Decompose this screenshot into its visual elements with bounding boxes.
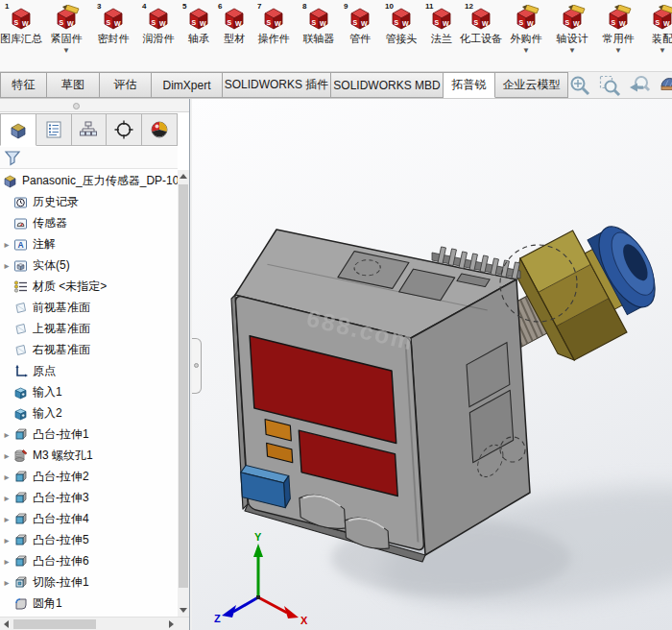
toolbar-item-9[interactable]: SW9管件: [342, 0, 378, 71]
toolbar-item-1[interactable]: SW1图库汇总: [0, 0, 42, 71]
toolbar-item-10[interactable]: SW10管接头: [378, 0, 424, 71]
scroll-down-button[interactable]: [178, 604, 189, 617]
tree-item-5[interactable]: 前视基准面: [0, 297, 178, 318]
manager-tab-displaymanager[interactable]: [142, 113, 178, 146]
tab-草图[interactable]: 草图: [47, 72, 100, 98]
imported-iconwrap: [13, 406, 30, 421]
tree-item-2[interactable]: ▸A注解: [0, 233, 178, 254]
section-view-button[interactable]: [658, 74, 672, 97]
toolbar-item-5[interactable]: SW5轴承: [180, 0, 217, 71]
tab-拓普锐[interactable]: 拓普锐: [444, 72, 495, 98]
toolbar-item-15[interactable]: SW常用件▼: [595, 0, 641, 71]
svg-text:X: X: [300, 615, 308, 626]
tab-评估[interactable]: 评估: [100, 72, 152, 98]
toolbar-item-12[interactable]: SW12化工设备: [459, 0, 503, 71]
tree-item-19[interactable]: 圆角1: [0, 593, 178, 614]
toolbar-item-16[interactable]: SW装配▼: [641, 0, 672, 71]
tree-item-17[interactable]: ▸凸台-拉伸6: [0, 550, 178, 571]
tree-item-label: 凸台-拉伸2: [30, 469, 89, 485]
sw-cube-iconwrap: SW: [53, 5, 80, 32]
tab-SOLIDWORKS 插件[interactable]: SOLIDWORKS 插件: [223, 72, 331, 98]
expand-arrow-icon[interactable]: ▸: [0, 577, 13, 588]
flyout-arrow-icon[interactable]: ▼: [522, 47, 530, 55]
flyout-arrow-icon[interactable]: ▼: [614, 47, 622, 55]
tree-item-1[interactable]: 传感器: [0, 212, 178, 233]
panel-collapse-dot[interactable]: [73, 103, 80, 109]
tree-vertical-scrollbar[interactable]: [178, 170, 189, 617]
tree-item-0[interactable]: 历史记录: [0, 191, 178, 212]
toolbar-item-11[interactable]: SW11法兰: [424, 0, 459, 71]
tree-item-18[interactable]: ▸切除-拉伸1: [0, 571, 178, 593]
tree-item-4[interactable]: 材质 <未指定>: [0, 276, 178, 297]
expand-arrow-icon[interactable]: ▸: [0, 493, 13, 503]
tree-item-14[interactable]: ▸凸台-拉伸3: [0, 487, 178, 508]
scroll-left-button[interactable]: [0, 618, 12, 630]
shortcut-badge: 10: [385, 2, 394, 11]
tree-item-label: 凸台-拉伸6: [30, 553, 89, 569]
expand-arrow-icon[interactable]: ▸: [0, 260, 13, 271]
expand-arrow-icon[interactable]: ▸: [0, 535, 13, 545]
tree-item-10[interactable]: 输入2: [0, 402, 178, 424]
manager-tab-propertymanager[interactable]: [36, 113, 72, 146]
tree-item-root[interactable]: Panasonic_压力传感器_DP-10: [0, 170, 178, 191]
sensor-iconwrap: [13, 216, 30, 230]
tree-item-3[interactable]: ▸实体(5): [0, 254, 178, 276]
viewport-canvas[interactable]: 688.com Y X Z: [192, 99, 672, 630]
expand-arrow-icon[interactable]: ▸: [0, 514, 13, 524]
tree-item-12[interactable]: ▸M3 螺纹孔1: [0, 445, 178, 466]
flyout-arrow-icon[interactable]: ▼: [659, 47, 666, 55]
tree-item-11[interactable]: ▸凸台-拉伸1: [0, 424, 178, 445]
tree-item-15[interactable]: ▸凸台-拉伸4: [0, 508, 178, 529]
parts-library-toolbar: SW1图库汇总SW紧固件▼SW3密封件SW4润滑件SW5轴承SW6型材SW7操作…: [0, 0, 672, 72]
tree-item-8[interactable]: 原点: [0, 360, 178, 381]
expand-arrow-icon[interactable]: ▸: [0, 556, 13, 567]
tab-SOLIDWORKS MBD[interactable]: SOLIDWORKS MBD: [331, 72, 444, 98]
tab-DimXpert[interactable]: DimXpert: [152, 72, 223, 98]
manager-tab-dimxpertmanager[interactable]: [107, 113, 142, 146]
sensor-body[interactable]: [229, 230, 530, 562]
bodies-icon: [13, 258, 28, 273]
toolbar-item-6[interactable]: SW6型材: [217, 0, 252, 71]
toolbar-item-14[interactable]: SW轴设计▼: [549, 0, 595, 71]
scroll-right-button[interactable]: [165, 618, 177, 630]
tree-horizontal-scrollbar[interactable]: [0, 617, 189, 630]
manager-tab-configurationmanager[interactable]: [72, 113, 108, 146]
toolbar-item-7[interactable]: SW7操作件: [252, 0, 296, 71]
flyout-arrow-icon[interactable]: ▼: [62, 47, 70, 55]
chevron-right-icon: [169, 620, 174, 628]
splitter-handle[interactable]: [192, 338, 202, 394]
toolbar-item-2[interactable]: SW紧固件▼: [42, 0, 90, 71]
vertical-scroll-thumb[interactable]: [179, 184, 188, 588]
filter-funnel-iconwrap[interactable]: [4, 149, 21, 166]
tree-item-6[interactable]: 上视基准面: [0, 318, 178, 339]
expand-arrow-icon[interactable]: ▸: [0, 472, 13, 482]
panel-collapse-strip[interactable]: [0, 99, 189, 112]
zoom-to-area-button[interactable]: [598, 74, 621, 97]
toolbar-item-8[interactable]: SW8联轴器: [296, 0, 342, 71]
expand-arrow-icon[interactable]: ▸: [0, 239, 13, 250]
previous-view-button[interactable]: [628, 74, 651, 97]
tree-item-16[interactable]: ▸凸台-拉伸5: [0, 529, 178, 550]
manager-tab-featuremanager[interactable]: [0, 113, 36, 146]
svg-text:W: W: [235, 20, 242, 27]
scroll-up-button[interactable]: [178, 170, 189, 182]
history-icon: [13, 195, 28, 209]
tree-filter-row[interactable]: [0, 147, 178, 169]
zoom-to-fit-button[interactable]: [568, 74, 591, 97]
tab-企业云模型[interactable]: 企业云模型: [495, 72, 568, 98]
toolbar-item-13[interactable]: SW外购件▼: [503, 0, 549, 71]
tree-item-9[interactable]: 输入1: [0, 381, 178, 402]
expand-arrow-icon[interactable]: ▸: [0, 429, 13, 440]
toolbar-item-4[interactable]: SW4润滑件: [136, 0, 180, 71]
toolbar-item-3[interactable]: SW3密封件: [90, 0, 136, 71]
svg-text:W: W: [22, 20, 29, 27]
tab-特征[interactable]: 特征: [0, 72, 47, 98]
svg-text:W: W: [573, 20, 580, 27]
expand-arrow-icon[interactable]: ▸: [0, 450, 13, 461]
horizontal-scroll-thumb[interactable]: [13, 619, 96, 629]
boss-extrude-iconwrap: [13, 427, 30, 442]
graphics-viewport[interactable]: 688.com Y X Z: [192, 99, 672, 630]
flyout-arrow-icon[interactable]: ▼: [568, 47, 576, 55]
tree-item-13[interactable]: ▸凸台-拉伸2: [0, 466, 178, 487]
tree-item-7[interactable]: 右视基准面: [0, 339, 178, 360]
